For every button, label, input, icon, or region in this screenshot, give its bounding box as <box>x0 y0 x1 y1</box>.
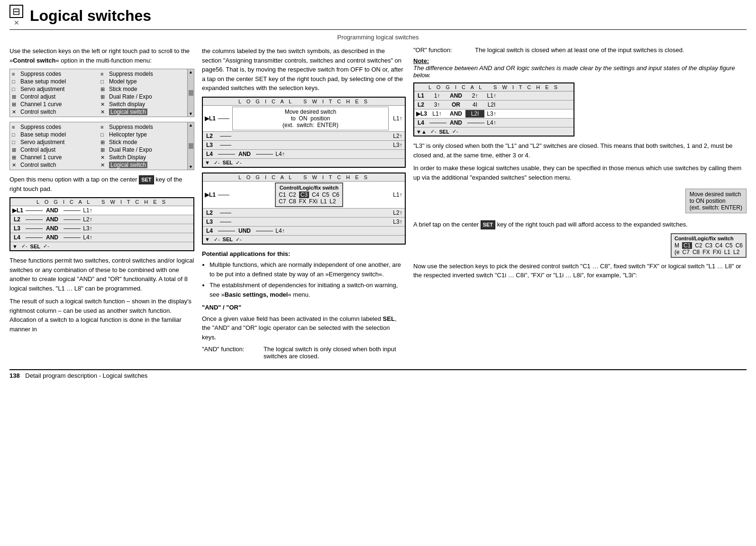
open-text1: Open this menu option with a tap on the … <box>9 176 139 183</box>
ctrl-option[interactable]: C4 <box>312 191 319 198</box>
ctrl-popup-row2: C7 C8 FX FXi L1 L2 <box>279 198 339 205</box>
ls-row-val1: ——— <box>216 150 235 158</box>
move-popup-line1: Move desired switch <box>690 191 742 198</box>
menu-icon: ✕ <box>100 109 108 115</box>
main-columns: Use the selection keys on the left or ri… <box>9 46 747 364</box>
menu-row: □Helicopter type <box>100 131 185 138</box>
functions-text: These functions permit two switches, con… <box>9 256 194 293</box>
menu-icon: □ <box>100 79 108 84</box>
ls-row-result: L4↑ <box>273 227 287 235</box>
ls-row-result: L2↑ <box>81 216 95 223</box>
ctrl-option[interactable]: FX <box>702 249 710 255</box>
menu-row: ⊞Dual Rate / Expo <box>100 93 185 100</box>
ctrl-option[interactable]: FXi <box>713 249 721 255</box>
ctrl-option[interactable]: C3 <box>705 242 712 249</box>
ls-row-val2: ——— <box>62 216 81 223</box>
ls-slash1: ✓- <box>214 160 220 166</box>
ls-row-name: L3 <box>203 218 216 226</box>
ctrl-option[interactable]: C5 <box>322 191 329 198</box>
ls-table-row: L3 ——— AND ——— L3↑ <box>10 224 193 233</box>
scrollbar-down-arrow[interactable]: ▼ <box>189 164 193 169</box>
ctrl-option[interactable]: L1 <box>724 249 730 255</box>
ctrl-option[interactable]: C8 <box>289 198 296 205</box>
or-func-label: "OR" function: <box>413 46 475 54</box>
ctrl-option[interactable]: C2 <box>695 242 702 249</box>
scrollbar-down-arrow[interactable]: ▼ <box>189 111 193 116</box>
ls-row-val2-highlighted: L2I <box>465 110 484 118</box>
bullet-item-1: Multiple functions, which are normally i… <box>209 260 406 279</box>
continuation-text: the columns labeled by the two switch sy… <box>202 46 406 93</box>
now-use-text: Now use the selection keys to pick the d… <box>413 262 747 280</box>
ls-slash2: ✓- <box>452 128 458 135</box>
ls-row-ctrl-popup: Control/Logic/fix switch C1 C2 C3 C4 C5 … <box>228 182 391 208</box>
scrollbar-up-arrow[interactable]: ▲ <box>189 123 193 127</box>
menu-icon: □ <box>100 132 108 137</box>
prefix-e: (e <box>674 249 680 255</box>
ctrl-option[interactable]: C4 <box>715 242 722 249</box>
ls-table-row: ▶L1 ——— AND ——— L1↑ <box>10 206 193 215</box>
ls-row-val2: ——— <box>254 150 273 158</box>
brief-tap-2: key of the right touch pad will afford a… <box>495 221 688 228</box>
menu-row: □Servo adjustment <box>12 138 97 146</box>
ls-sel-row: ▼ ✓- SEL ✓- <box>203 159 405 167</box>
bullet-item-2: The establishment of dependencies for in… <box>209 281 406 299</box>
ls-table-row: L4 ——— AND ——— L4↑ <box>414 118 574 127</box>
menu-row: □Model type <box>100 78 185 85</box>
ctrl-option[interactable]: C1 <box>279 191 286 198</box>
ctrl-option[interactable]: FX <box>299 198 306 205</box>
page-subtitle: Programming logical switches <box>9 34 747 41</box>
ls-table-row: ▶L1 —— Move desired switchto ON position… <box>203 106 405 132</box>
ls-row-result: L3↑ <box>81 225 95 232</box>
ctrl-option[interactable]: L2 <box>733 249 739 255</box>
menu-col-1-left: ≡Suppress codes □Base setup model □Servo… <box>10 69 99 117</box>
ctrl-option[interactable]: L2 <box>329 198 336 205</box>
menu-box-1-inner: ≡Suppress codes □Base setup model □Servo… <box>10 69 194 117</box>
menu-row: ⊞Channel 1 curve <box>12 154 97 161</box>
ls-row-op: AND <box>43 207 62 214</box>
menu-scrollbar-1[interactable]: ▲ ▼ <box>187 69 194 117</box>
ctrl-option[interactable]: C8 <box>692 249 700 255</box>
menu-icon: ⊞ <box>12 147 19 153</box>
ls-row-result: L1↑ <box>81 207 95 214</box>
brief-tap-1: A brief tap on the center <box>413 221 481 228</box>
ctrl-option-selected[interactable]: C3 <box>299 191 309 198</box>
ls-row-val2 <box>235 136 391 136</box>
menu-icon: ≡ <box>100 124 108 130</box>
bullet-list: Multiple functions, which are normally i… <box>209 260 406 299</box>
scrollbar-thumb[interactable] <box>189 143 193 149</box>
intro-bold: Control switch <box>13 57 55 64</box>
ctrl-option-selected[interactable]: C1 <box>682 242 692 249</box>
ls-table-row: ▶L1 —— Control/Logic/fix switch C1 C2 C3… <box>203 182 405 209</box>
menu-icon-ctrlsw: ✕ <box>12 109 19 115</box>
ctrl-option[interactable]: L1 <box>320 198 327 205</box>
ls-table-row: L2 3↑ OR 4I L2I <box>414 100 574 109</box>
ctrl-option[interactable]: C6 <box>332 191 339 198</box>
menu-icon-base: □ <box>12 79 19 84</box>
ls-table-row: L3 —— L3↑ <box>203 218 405 227</box>
ctrl-option[interactable]: C2 <box>289 191 296 198</box>
menu-row: ⊞Control adjust <box>12 93 97 100</box>
ls-row-val2: 2↑ <box>465 92 484 100</box>
menu-scrollbar-2[interactable]: ▲ ▼ <box>187 122 194 170</box>
ctrl-option[interactable]: FXi <box>309 198 318 205</box>
ctrl-option[interactable]: C6 <box>736 242 743 249</box>
scrollbar-thumb[interactable] <box>189 90 193 96</box>
note-label: Note: <box>413 57 747 64</box>
move-popup-line2: to ON position <box>690 198 742 204</box>
ls-row-op: AND <box>43 225 62 232</box>
menu-row: ✕Switch display <box>100 100 185 108</box>
ctrl-option[interactable]: C7 <box>279 198 286 205</box>
ls-table-row: L1 1↑ AND 2↑ L1↑ <box>414 91 574 100</box>
ctrl-option[interactable]: C7 <box>683 249 690 255</box>
ls-row-val1: —— <box>216 191 228 199</box>
ls-row-val2 <box>235 145 391 146</box>
ctrl-option[interactable]: C5 <box>725 242 732 249</box>
scrollbar-up-arrow[interactable]: ▲ <box>189 70 193 74</box>
ls-sel-label: SEL <box>30 244 40 249</box>
result-text: The result of such a logical switch func… <box>9 297 194 334</box>
menu-row: ✕Control switch <box>12 161 97 169</box>
ls-row-val2 <box>235 212 391 213</box>
brief-tap-text: A brief tap on the center SET key of the… <box>413 220 747 229</box>
ls-row-name: L4 <box>203 227 216 235</box>
ls-row-val1: L1↑ <box>428 110 446 118</box>
